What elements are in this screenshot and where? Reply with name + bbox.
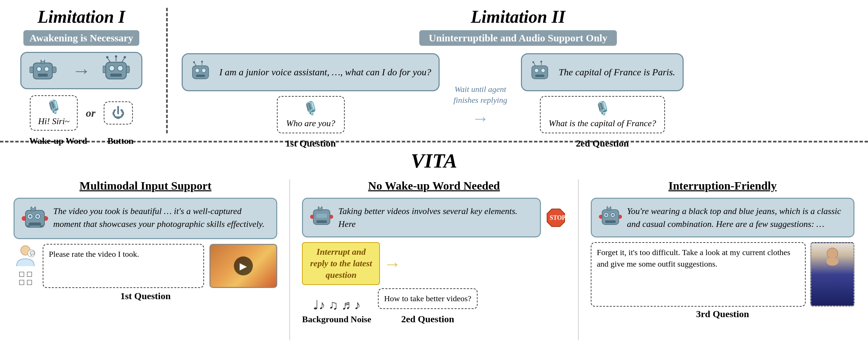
wakeup-row: 🎙️ Hi! Siri~ or ⏻ bbox=[30, 95, 133, 131]
vita-col1-q-label: 1st Question bbox=[120, 291, 171, 302]
vita-col-multimodal: Multimodal Input Support bbox=[14, 179, 277, 340]
svg-line-20 bbox=[194, 62, 196, 66]
agent-answer-text: The capital of France is Paris. bbox=[559, 65, 675, 79]
svg-rect-47 bbox=[40, 225, 44, 227]
svg-text:💬: 💬 bbox=[30, 251, 35, 256]
vita-col-nowakeup: No Wake-up Word Needed Taki bbox=[302, 179, 566, 340]
person-photo bbox=[810, 242, 854, 307]
vita-col3-bottom: Forget it, it's too difficult. Take a lo… bbox=[591, 242, 854, 307]
svg-point-15 bbox=[109, 65, 115, 71]
vita-section: VITA Multimodal Input Support bbox=[0, 142, 868, 347]
svg-point-68 bbox=[611, 214, 614, 216]
section-divider bbox=[166, 8, 168, 133]
lim2-answer-col: The capital of France is Paris. 🎙️ What … bbox=[521, 53, 684, 149]
button-box: ⏻ bbox=[104, 101, 133, 124]
vita-columns: Multimodal Input Support bbox=[14, 179, 854, 340]
robot-right-icon bbox=[103, 55, 133, 86]
svg-point-44 bbox=[36, 215, 39, 218]
col-divider-1 bbox=[289, 179, 290, 340]
vita-col2-q2-col: How to take better videos? 2ed Question bbox=[378, 288, 477, 325]
vita-col3-q3-text: Forget it, it's too difficult. Take a lo… bbox=[597, 247, 800, 270]
robot-arrow-box: → bbox=[20, 52, 142, 89]
svg-rect-57 bbox=[317, 220, 327, 223]
vita-col3-q3-box: Forget it, it's too difficult. Take a lo… bbox=[591, 242, 806, 307]
user-avatar-icon: 💬 bbox=[14, 244, 37, 268]
vita-col2-response-box: Taking better videos involves several ke… bbox=[302, 198, 541, 237]
vita-col2-bottom: ♩♪ ♫ ♬ ♪ Background Noise How to take be… bbox=[302, 288, 566, 325]
vita-col2-q2-text: How to take better videos? bbox=[384, 293, 471, 305]
lim2-agent-col: I am a junior voice assistant, …, what c… bbox=[182, 53, 440, 149]
vita-col1-question-text: Please rate the video I took. bbox=[49, 249, 198, 260]
col-divider-2 bbox=[578, 179, 579, 340]
svg-rect-3 bbox=[38, 74, 48, 77]
svg-point-66 bbox=[605, 214, 607, 216]
svg-rect-19 bbox=[126, 66, 129, 73]
user-icons-small: ☐ ☐☐ ☐ bbox=[19, 270, 33, 287]
mic-icon: 🎙️ bbox=[46, 99, 62, 114]
agent-answer-box: The capital of France is Paris. bbox=[521, 53, 684, 91]
lim2-subtitle-badge: Uninterruptible and Audio Support Only bbox=[419, 30, 617, 46]
or-label: or bbox=[86, 107, 95, 119]
svg-point-25 bbox=[195, 69, 199, 73]
main-container: Limitation I Awakening is Necessary → bbox=[0, 0, 868, 347]
svg-point-33 bbox=[534, 69, 539, 73]
lim1-title: Limitation I bbox=[38, 7, 125, 27]
svg-point-64 bbox=[608, 206, 610, 208]
svg-point-2 bbox=[44, 67, 49, 72]
lim2-mic-icon: 🎙️ bbox=[303, 101, 319, 116]
svg-point-16 bbox=[118, 65, 123, 71]
play-button-icon[interactable]: ▶ bbox=[234, 256, 253, 275]
wait-label: Wait until agent finishes replying bbox=[446, 84, 514, 105]
vita-col2-response-text: Taking better videos involves several ke… bbox=[338, 205, 533, 230]
blue-arrow-icon: → bbox=[471, 108, 489, 128]
svg-rect-56 bbox=[317, 214, 327, 218]
person-head-icon bbox=[822, 246, 843, 266]
vita-robot3-icon bbox=[599, 205, 622, 229]
noise-label: Background Noise bbox=[302, 314, 371, 325]
agent-robot-icon bbox=[190, 60, 214, 84]
wait-arrow-box: Wait until agent finishes replying → bbox=[446, 74, 514, 128]
svg-rect-27 bbox=[196, 75, 205, 77]
agent-robot-2-icon bbox=[529, 60, 553, 84]
svg-point-26 bbox=[202, 69, 206, 73]
vita-col3-q3-label: 3rd Question bbox=[696, 309, 749, 320]
svg-point-34 bbox=[541, 69, 545, 73]
svg-point-29 bbox=[532, 61, 534, 63]
vita-col3-response-text: You're wearing a black top and blue jean… bbox=[627, 205, 847, 230]
svg-rect-45 bbox=[29, 223, 41, 226]
svg-point-13 bbox=[124, 56, 126, 58]
arrow-right-icon: → bbox=[66, 60, 97, 81]
vita-col1-title: Multimodal Input Support bbox=[80, 179, 211, 192]
video-col: ▶ bbox=[209, 244, 277, 288]
vita-col1-bottom: 💬 ☐ ☐☐ ☐ Please rate the video I took. ▶ bbox=[14, 244, 277, 288]
music-notes-icon: ♩♪ ♫ ♬ ♪ bbox=[313, 297, 361, 312]
svg-rect-46 bbox=[26, 225, 30, 227]
video-thumbnail: ▶ bbox=[209, 244, 277, 288]
svg-point-31 bbox=[541, 61, 542, 62]
wakeup-text: Hi! Siri~ bbox=[38, 116, 69, 127]
lim2-title: Limitation II bbox=[471, 7, 565, 27]
lim2-q1-box: 🎙️ Who are you? bbox=[277, 96, 345, 133]
lim2-flow: I am a junior voice assistant, …, what c… bbox=[182, 53, 854, 149]
vita-col1-question-box: Please rate the video I took. bbox=[43, 244, 204, 288]
vita-col1-response-box: The video you took is beautiful … it's a… bbox=[14, 198, 277, 239]
agent-speech-box: I am a junior voice assistant, …, what c… bbox=[182, 53, 440, 91]
svg-rect-69 bbox=[605, 220, 616, 223]
svg-point-5 bbox=[42, 59, 44, 61]
vita-robot2-icon bbox=[310, 205, 334, 229]
svg-rect-7 bbox=[53, 67, 56, 73]
vita-col2-q2-label: 2ed Question bbox=[401, 314, 454, 325]
vita-col-interruption: Interruption-Friendly bbox=[591, 179, 854, 340]
svg-point-71 bbox=[826, 257, 839, 266]
svg-line-8 bbox=[107, 58, 110, 62]
svg-point-55 bbox=[319, 206, 321, 208]
lim2-mic2-icon: 🎙️ bbox=[594, 101, 610, 116]
vita-col1-response-text: The video you took is beautiful … it's a… bbox=[53, 205, 269, 230]
svg-point-1 bbox=[37, 67, 41, 72]
vita-col3-title: Interruption-Friendly bbox=[668, 179, 776, 192]
wakeup-word-box: 🎙️ Hi! Siri~ bbox=[30, 95, 78, 131]
power-icon: ⏻ bbox=[112, 105, 125, 120]
vita-title: VITA bbox=[14, 149, 854, 173]
svg-rect-17 bbox=[110, 74, 122, 77]
svg-text:STOP: STOP bbox=[550, 214, 566, 221]
